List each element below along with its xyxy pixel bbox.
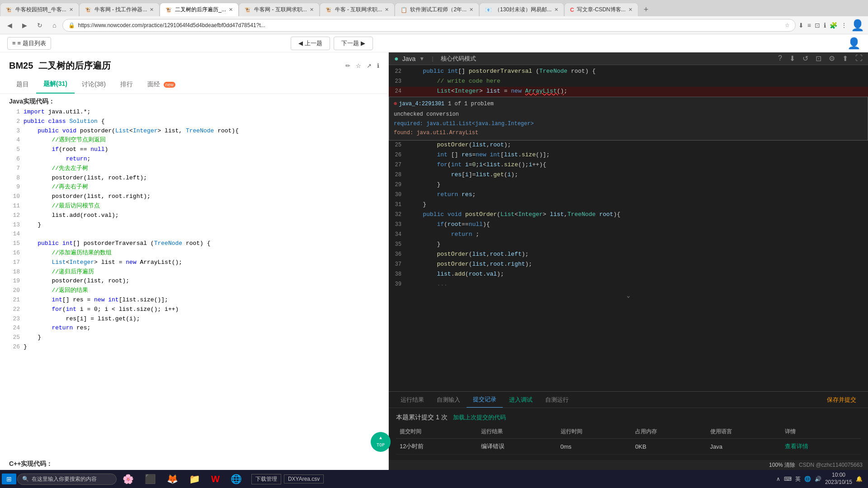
scroll-top-button[interactable]: ▲ TOP — [371, 432, 388, 452]
extension-icon[interactable]: 🧩 — [830, 22, 837, 29]
system-tray: ∧ ⌨ 英 🌐 🔊 10:00 2023/10/15 🔔 — [776, 472, 866, 486]
share-icon[interactable]: ↗ — [367, 62, 372, 69]
code-line-3: 3 public void postorder(List<Integer> li… — [9, 127, 379, 136]
fullscreen-icon[interactable]: ⛶ — [855, 54, 863, 63]
next-problem-button[interactable]: 下一题 ▶ — [334, 37, 373, 50]
scroll-down-indicator[interactable]: ⌄ — [389, 290, 868, 303]
editor-line-38: 38 list.add(root.val); — [389, 270, 868, 280]
lang-icon[interactable]: 英 — [795, 475, 801, 483]
taskbar-item-folder[interactable]: 📁 — [184, 471, 205, 487]
tab-1-label: 牛客校园招聘_牛客... — [15, 6, 66, 14]
debug-tab[interactable]: 进入调试 — [503, 392, 539, 408]
content-tabs: 题目 题解(31) 讨论(38) 排行 面经 new — [0, 75, 388, 94]
col-result: 运行结果 — [477, 425, 557, 439]
tab-problem[interactable]: 题目 — [9, 76, 36, 93]
info-circle-icon[interactable]: ℹ — [377, 62, 379, 69]
download-icon[interactable]: ⬇ — [798, 22, 804, 29]
taskbar-search[interactable]: 🔍 在这里输入你要搜索的内容 — [17, 474, 117, 485]
notification-icon[interactable]: 🔔 — [856, 476, 863, 482]
refresh-icon[interactable]: ↺ — [802, 54, 808, 63]
taskbar-item-firefox[interactable]: 🦊 — [162, 471, 183, 487]
run-result-label: 运行结果 — [401, 396, 424, 403]
taskbar-item-task-view[interactable]: ⬛ — [140, 471, 161, 487]
save-submit-tab[interactable]: 保存并提交 — [821, 392, 863, 408]
load-code-link[interactable]: 加载上次提交的代码 — [453, 413, 506, 422]
back-button[interactable]: ◀ — [4, 20, 16, 31]
start-button[interactable]: ⊞ — [2, 474, 16, 484]
user-avatar[interactable]: 👤 — [847, 37, 861, 49]
taskbar-download[interactable]: 下载管理 — [251, 474, 281, 484]
submission-title: 本题累计提交 1 次 — [396, 413, 448, 422]
refresh-button[interactable]: ↻ — [33, 20, 46, 31]
tab-interview[interactable]: 面经 new — [140, 76, 183, 93]
taskbar-file[interactable]: DXYArea.csv — [284, 474, 324, 483]
help-icon[interactable]: ? — [778, 54, 782, 63]
tab-4[interactable]: 🐮 牛客网 - 互联网求职... ✕ — [239, 3, 320, 16]
taskbar-item-wps[interactable]: W — [206, 472, 225, 487]
download-icon[interactable]: ⬇ — [789, 54, 795, 63]
upload-icon[interactable]: ⬆ — [842, 54, 848, 63]
volume-icon[interactable]: 🔊 — [815, 476, 821, 482]
keyboard-icon[interactable]: ⌨ — [784, 476, 792, 482]
tab-2[interactable]: 🐮 牛客网 - 找工作神器... ✕ — [79, 3, 160, 16]
tab-8-close[interactable]: ✕ — [628, 7, 632, 13]
test-input-tab[interactable]: 自测输入 — [430, 392, 467, 408]
new-tab-button[interactable]: + — [638, 3, 654, 16]
menu-label: ≡ 题目列表 — [18, 39, 46, 47]
tab-3-icon: 🐮 — [165, 7, 172, 13]
layout-icon[interactable]: ⊡ — [816, 54, 821, 63]
submission-detail-link[interactable]: 查看详情 — [781, 439, 861, 455]
col-memory: 占用内存 — [632, 425, 707, 439]
home-button[interactable]: ⌂ — [49, 20, 60, 31]
info-icon[interactable]: ℹ — [824, 22, 826, 29]
tab-6[interactable]: 📋 软件测试工程师（2年... ✕ — [395, 3, 479, 16]
tab-1[interactable]: 🐮 牛客校园招聘_牛客... ✕ — [0, 3, 79, 16]
chevron-down-icon[interactable]: ▼ — [419, 56, 425, 62]
tab-solution[interactable]: 题解(31) — [36, 75, 75, 94]
tab-8[interactable]: C 写文章-CSDN博客... ✕ — [564, 3, 638, 16]
editor-toolbar: ● Java ▼ | 核心代码模式 ? ⬇ ↺ ⊡ ⚙ ⬆ ⛶ — [389, 52, 868, 65]
tab-2-close[interactable]: ✕ — [150, 7, 154, 13]
submit-record-tab[interactable]: 提交记录 — [467, 392, 503, 408]
run-result-tab[interactable]: 运行结果 — [394, 392, 430, 408]
forward-button[interactable]: ▶ — [19, 20, 31, 31]
taskbar-item-app[interactable]: 🌐 — [226, 471, 247, 487]
tab-7[interactable]: 📧 （130封未读）网易邮... ✕ — [479, 3, 564, 16]
tab-1-close[interactable]: ✕ — [69, 7, 73, 13]
prev-problem-button[interactable]: ◀ 上一题 — [291, 37, 330, 50]
profile-icon[interactable]: 👤 — [851, 19, 864, 32]
code-editor-area[interactable]: 22 public int[] postorderTraversal (Tree… — [389, 65, 868, 391]
tray-up-icon[interactable]: ∧ — [776, 476, 780, 482]
tab-discussion[interactable]: 讨论(38) — [75, 76, 113, 93]
tab-ranking[interactable]: 排行 — [113, 76, 140, 93]
tab-3-close[interactable]: ✕ — [229, 7, 233, 13]
reader2-icon[interactable]: ⊡ — [815, 22, 820, 29]
tab-7-close[interactable]: ✕ — [554, 7, 558, 13]
tab-5-label: 牛客 - 互联网求职... — [335, 6, 382, 14]
tab-5[interactable]: 🐮 牛客 - 互联网求职... ✕ — [320, 3, 395, 16]
test-run-tab[interactable]: 自测运行 — [539, 392, 575, 408]
tab-3[interactable]: 🐮 二叉树的后序遍历_... ✕ — [160, 3, 239, 16]
error-found: found: java.util.ArrayList — [394, 129, 863, 137]
tab-solution-label: 题解(31) — [43, 80, 67, 87]
taskbar-item-explorer[interactable]: 🌸 — [118, 471, 139, 487]
tab-7-icon: 📧 — [485, 7, 492, 13]
tab-6-label: 软件测试工程师（2年... — [410, 6, 467, 14]
star-icon[interactable]: ☆ — [785, 22, 790, 28]
address-bar[interactable]: 🔒 https://www.nowcoder.com/practice/1291… — [62, 19, 795, 32]
tab-6-close[interactable]: ✕ — [469, 7, 473, 13]
edit-icon[interactable]: ✏ — [345, 62, 350, 69]
tab-4-close[interactable]: ✕ — [310, 7, 314, 13]
reader-icon[interactable]: ≡ — [807, 22, 811, 29]
bottom-tabs-bar: 运行结果 自测输入 提交记录 进入调试 自测运行 保存并提交 — [389, 391, 868, 408]
code-line-21: 21 int[] res = new int[list.size()]; — [9, 296, 379, 305]
settings-icon[interactable]: ⋮ — [841, 22, 847, 29]
tab-5-close[interactable]: ✕ — [385, 7, 389, 13]
problem-list-menu[interactable]: ≡ ≡ 题目列表 — [7, 37, 51, 50]
network-icon[interactable]: 🌐 — [804, 476, 811, 482]
page-title: 二叉树的后序遍历 — [38, 60, 111, 72]
star-icon[interactable]: ☆ — [356, 62, 361, 69]
tab-3-label: 二叉树的后序遍历_... — [175, 6, 226, 14]
separator: | — [432, 55, 433, 62]
settings-gear-icon[interactable]: ⚙ — [829, 54, 835, 63]
